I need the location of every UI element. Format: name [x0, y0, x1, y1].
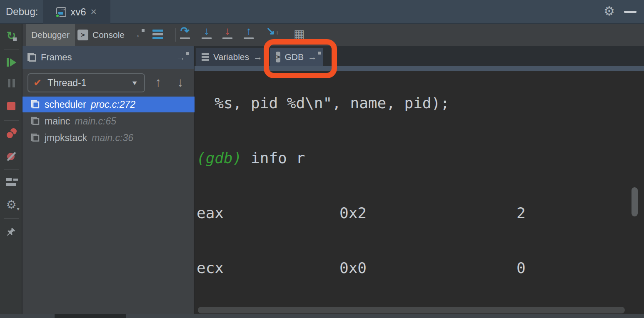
- chevron-down-icon: ▼: [131, 80, 138, 87]
- stop-icon: [7, 102, 15, 110]
- hide-tool-window-icon[interactable]: [624, 11, 637, 13]
- stack-frame-icon: [31, 100, 40, 109]
- frames-panel: ✔ Thread-1 ▼ ↑ ↓ scheduler proc.c:272 ma…: [22, 69, 195, 314]
- float-variables-icon: →: [253, 52, 262, 62]
- pin-icon: [6, 227, 16, 238]
- vertical-scrollbar[interactable]: [632, 187, 638, 216]
- pin-tab-button[interactable]: [0, 227, 22, 238]
- evaluate-expression-button[interactable]: ▦: [294, 28, 305, 40]
- restore-layout-button[interactable]: [0, 178, 22, 186]
- tab-variables[interactable]: Variables →: [196, 48, 267, 66]
- debug-tool-window: Debug: xv6 ✕ ⚙ ↻ ⚙▾ Debugger >: [0, 0, 644, 318]
- gdb-prompt: (gdb): [197, 149, 242, 166]
- step-over-icon: ↷: [180, 25, 190, 36]
- pause-icon: [8, 79, 15, 87]
- stack-frame-icon: [31, 117, 40, 125]
- process-running-dot: [55, 14, 60, 18]
- console-tab-label: Console: [92, 30, 125, 40]
- close-icon[interactable]: ✕: [90, 8, 97, 16]
- resume-button[interactable]: [0, 58, 22, 67]
- bottom-edge: [0, 314, 644, 318]
- gdb-tab-label: GDB: [285, 52, 304, 62]
- toolbar-divider: [288, 28, 288, 42]
- session-tab-title: xv6: [70, 6, 86, 18]
- frame-location: main.c:36: [92, 132, 133, 144]
- frames-icon: [27, 53, 37, 62]
- sidebar-divider: [4, 120, 19, 121]
- register-row: eax0x22: [197, 204, 589, 222]
- next-frame-button[interactable]: ↓: [177, 74, 184, 91]
- debug-toolbar: Debugger > Console → ↷ ↓ ↓ ↑ ↘⊤ ▦: [22, 24, 644, 46]
- bar: [152, 37, 163, 39]
- resume-icon: [7, 58, 16, 67]
- stack-frame-icon: [31, 134, 40, 142]
- gdb-terminal-icon: >: [276, 52, 280, 62]
- titlebar: Debug: xv6 ✕ ⚙: [0, 0, 644, 24]
- frame-row-scheduler[interactable]: scheduler proc.c:272: [22, 97, 195, 112]
- tab-debugger[interactable]: Debugger: [26, 24, 75, 46]
- console-header: Variables → > GDB →: [195, 46, 644, 66]
- tab-console[interactable]: > Console: [77, 24, 125, 46]
- toolbar-divider: [148, 28, 148, 42]
- variables-tab-label: Variables: [213, 52, 249, 62]
- thread-selector-value: Thread-1: [47, 77, 86, 89]
- debug-label: Debug:: [6, 6, 38, 17]
- run-to-cursor-button[interactable]: ↘⊤: [263, 25, 279, 45]
- console-icon: >: [77, 30, 88, 40]
- debug-sidebar: ↻ ⚙▾: [0, 24, 22, 314]
- previous-frame-button[interactable]: ↑: [155, 74, 162, 91]
- gdb-command: info r: [251, 149, 305, 166]
- step-over-button[interactable]: ↷: [177, 25, 193, 45]
- console-line-command: (gdb) info r: [197, 149, 589, 167]
- session-tab-xv6[interactable]: xv6 ✕: [43, 0, 110, 24]
- frame-row-jmpkstack[interactable]: jmpkstack main.c:36: [22, 130, 195, 146]
- step-out-icon: ↑: [246, 25, 252, 36]
- step-out-button[interactable]: ↑: [241, 25, 257, 45]
- gear-icon: ⚙▾: [6, 199, 16, 211]
- float-window-icon[interactable]: →: [132, 30, 141, 39]
- view-breakpoints-button[interactable]: [0, 128, 22, 139]
- frame-function: scheduler: [45, 99, 86, 110]
- gdb-console[interactable]: %s, pid %d\n", name, pid); (gdb) info r …: [195, 71, 644, 314]
- force-step-into-icon: ↓: [225, 25, 230, 36]
- sidebar-divider: [4, 169, 19, 170]
- frame-location: proc.c:272: [91, 99, 135, 110]
- register-row: ecx0x00: [197, 259, 589, 277]
- float-gdb-icon: →: [308, 52, 317, 62]
- force-step-into-button[interactable]: ↓: [220, 25, 235, 45]
- rerun-icon: ↻: [7, 30, 16, 42]
- toolbar-divider: [175, 28, 176, 42]
- tab-gdb[interactable]: > GDB →: [270, 48, 323, 66]
- run-configuration-icon: [56, 7, 66, 17]
- pause-button[interactable]: [0, 79, 22, 87]
- float-frames-icon[interactable]: →: [176, 53, 185, 62]
- frames-panel-header: Frames →: [22, 46, 195, 69]
- sidebar-divider: [4, 49, 19, 50]
- rerun-button[interactable]: ↻: [0, 30, 22, 42]
- console-top-strip: [195, 66, 644, 71]
- mute-breakpoints-button[interactable]: [0, 151, 22, 162]
- checkmark-icon: ✔: [33, 78, 42, 88]
- stop-button[interactable]: [0, 102, 22, 110]
- bar: [152, 33, 163, 35]
- layout-settings-button[interactable]: [152, 30, 163, 39]
- console-line-clipped: %s, pid %d\n", name, pid);: [197, 94, 589, 112]
- step-into-icon: ↓: [204, 25, 210, 36]
- breakpoints-icon: [6, 128, 17, 139]
- layout-icon: [6, 178, 16, 186]
- frames-panel-title: Frames: [41, 52, 72, 63]
- tool-window-settings-gear-icon[interactable]: ⚙: [604, 5, 615, 17]
- mute-breakpoints-icon: [6, 151, 17, 162]
- frame-location: main.c:65: [75, 116, 116, 127]
- frame-function: mainc: [45, 116, 70, 127]
- frame-function: jmpkstack: [45, 132, 87, 144]
- frame-row-mainc[interactable]: mainc main.c:65: [22, 113, 195, 129]
- gdb-console-output: %s, pid %d\n", name, pid); (gdb) info r …: [197, 71, 589, 314]
- thread-selector[interactable]: ✔ Thread-1 ▼: [27, 73, 145, 92]
- step-into-button[interactable]: ↓: [199, 25, 215, 45]
- horizontal-scrollbar[interactable]: [198, 307, 625, 313]
- debugger-settings-button[interactable]: ⚙▾: [0, 199, 22, 211]
- sidebar-divider: [4, 218, 19, 219]
- bar: [152, 30, 163, 32]
- run-to-cursor-icon: ↘: [266, 25, 275, 36]
